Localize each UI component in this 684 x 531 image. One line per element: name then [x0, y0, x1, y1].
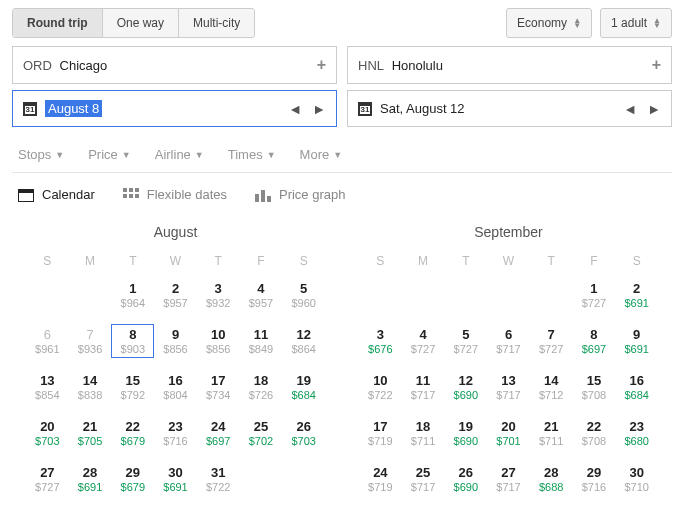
day-number: 4 — [257, 281, 264, 296]
day-cell[interactable]: 2$957 — [154, 278, 197, 312]
prev-day-icon[interactable]: ◄ — [623, 101, 637, 117]
day-cell[interactable]: 7$727 — [530, 324, 573, 358]
day-cell[interactable]: 23$680 — [615, 416, 658, 450]
one-way-tab[interactable]: One way — [103, 9, 179, 37]
day-number: 10 — [211, 327, 225, 342]
day-cell[interactable]: 20$703 — [26, 416, 69, 450]
prev-day-icon[interactable]: ◄ — [288, 101, 302, 117]
day-cell-empty — [69, 278, 112, 312]
day-cell[interactable]: 15$708 — [573, 370, 616, 404]
day-cell[interactable]: 28$691 — [69, 462, 112, 496]
day-cell[interactable]: 8$697 — [573, 324, 616, 358]
day-cell[interactable]: 16$684 — [615, 370, 658, 404]
day-cell[interactable]: 26$703 — [282, 416, 325, 450]
day-cell[interactable]: 5$960 — [282, 278, 325, 312]
day-cell[interactable]: 22$708 — [573, 416, 616, 450]
day-cell[interactable]: 24$697 — [197, 416, 240, 450]
passengers-select[interactable]: 1 adult ▲▼ — [600, 8, 672, 38]
day-cell[interactable]: 15$792 — [111, 370, 154, 404]
svg-rect-5 — [123, 194, 127, 198]
multi-city-tab[interactable]: Multi-city — [179, 9, 254, 37]
day-cell[interactable]: 16$804 — [154, 370, 197, 404]
day-price: $957 — [249, 297, 273, 309]
day-cell[interactable]: 25$717 — [402, 462, 445, 496]
calendar-tab[interactable]: Calendar — [18, 187, 95, 202]
day-cell[interactable]: 24$719 — [359, 462, 402, 496]
day-cell[interactable]: 4$957 — [240, 278, 283, 312]
day-number: 2 — [633, 281, 640, 296]
day-cell[interactable]: 13$854 — [26, 370, 69, 404]
more-filter[interactable]: More▼ — [300, 147, 343, 162]
day-cell[interactable]: 18$711 — [402, 416, 445, 450]
cabin-class-select[interactable]: Economy ▲▼ — [506, 8, 592, 38]
day-cell-empty — [282, 462, 325, 496]
day-cell[interactable]: 3$932 — [197, 278, 240, 312]
day-cell[interactable]: 8$903 — [111, 324, 154, 358]
day-number: 30 — [168, 465, 182, 480]
day-cell[interactable]: 14$838 — [69, 370, 112, 404]
day-cell[interactable]: 29$716 — [573, 462, 616, 496]
day-cell[interactable]: 17$719 — [359, 416, 402, 450]
day-cell[interactable]: 6$961 — [26, 324, 69, 358]
day-cell[interactable]: 10$856 — [197, 324, 240, 358]
day-number: 5 — [462, 327, 469, 342]
next-day-icon[interactable]: ► — [312, 101, 326, 117]
day-cell[interactable]: 12$690 — [444, 370, 487, 404]
day-price: $691 — [78, 481, 102, 493]
return-date-field[interactable]: 31 Sat, August 12 ◄ ► — [347, 90, 672, 127]
day-cell[interactable]: 10$722 — [359, 370, 402, 404]
day-cell[interactable]: 25$702 — [240, 416, 283, 450]
day-cell[interactable]: 1$727 — [573, 278, 616, 312]
plus-icon[interactable]: + — [652, 56, 661, 74]
day-cell[interactable]: 11$849 — [240, 324, 283, 358]
day-cell[interactable]: 30$691 — [154, 462, 197, 496]
day-cell[interactable]: 2$691 — [615, 278, 658, 312]
day-price: $717 — [496, 481, 520, 493]
day-cell[interactable]: 21$711 — [530, 416, 573, 450]
day-cell[interactable]: 23$716 — [154, 416, 197, 450]
day-cell[interactable]: 20$701 — [487, 416, 530, 450]
price-graph-tab[interactable]: Price graph — [255, 187, 345, 202]
day-price: $710 — [624, 481, 648, 493]
day-cell[interactable]: 18$726 — [240, 370, 283, 404]
day-cell[interactable]: 17$734 — [197, 370, 240, 404]
day-cell[interactable]: 3$676 — [359, 324, 402, 358]
day-cell[interactable]: 31$722 — [197, 462, 240, 496]
origin-field[interactable]: ORD Chicago + — [12, 46, 337, 84]
day-cell[interactable]: 13$717 — [487, 370, 530, 404]
day-cell[interactable]: 5$727 — [444, 324, 487, 358]
day-cell[interactable]: 29$679 — [111, 462, 154, 496]
day-cell[interactable]: 6$717 — [487, 324, 530, 358]
times-filter[interactable]: Times▼ — [228, 147, 276, 162]
depart-date-field[interactable]: 31 August 8 ◄ ► — [12, 90, 337, 127]
day-price: $727 — [539, 343, 563, 355]
round-trip-tab[interactable]: Round trip — [13, 9, 103, 37]
airline-filter[interactable]: Airline▼ — [155, 147, 204, 162]
flexible-dates-tab[interactable]: Flexible dates — [123, 187, 227, 202]
day-cell[interactable]: 19$684 — [282, 370, 325, 404]
trip-type-tabs: Round trip One way Multi-city — [12, 8, 255, 38]
day-cell[interactable]: 19$690 — [444, 416, 487, 450]
day-cell[interactable]: 22$679 — [111, 416, 154, 450]
next-day-icon[interactable]: ► — [647, 101, 661, 117]
day-cell[interactable]: 12$864 — [282, 324, 325, 358]
day-cell[interactable]: 1$964 — [111, 278, 154, 312]
dow-cell: M — [69, 254, 112, 278]
stops-filter[interactable]: Stops▼ — [18, 147, 64, 162]
day-cell[interactable]: 21$705 — [69, 416, 112, 450]
plus-icon[interactable]: + — [317, 56, 326, 74]
day-cell[interactable]: 7$936 — [69, 324, 112, 358]
day-cell[interactable]: 27$717 — [487, 462, 530, 496]
day-cell[interactable]: 9$691 — [615, 324, 658, 358]
day-number: 12 — [296, 327, 310, 342]
day-cell[interactable]: 9$856 — [154, 324, 197, 358]
day-cell[interactable]: 26$690 — [444, 462, 487, 496]
destination-field[interactable]: HNL Honolulu + — [347, 46, 672, 84]
price-filter[interactable]: Price▼ — [88, 147, 131, 162]
day-cell[interactable]: 4$727 — [402, 324, 445, 358]
day-cell[interactable]: 11$717 — [402, 370, 445, 404]
day-cell[interactable]: 27$727 — [26, 462, 69, 496]
day-cell[interactable]: 28$688 — [530, 462, 573, 496]
day-cell[interactable]: 14$712 — [530, 370, 573, 404]
day-cell[interactable]: 30$710 — [615, 462, 658, 496]
